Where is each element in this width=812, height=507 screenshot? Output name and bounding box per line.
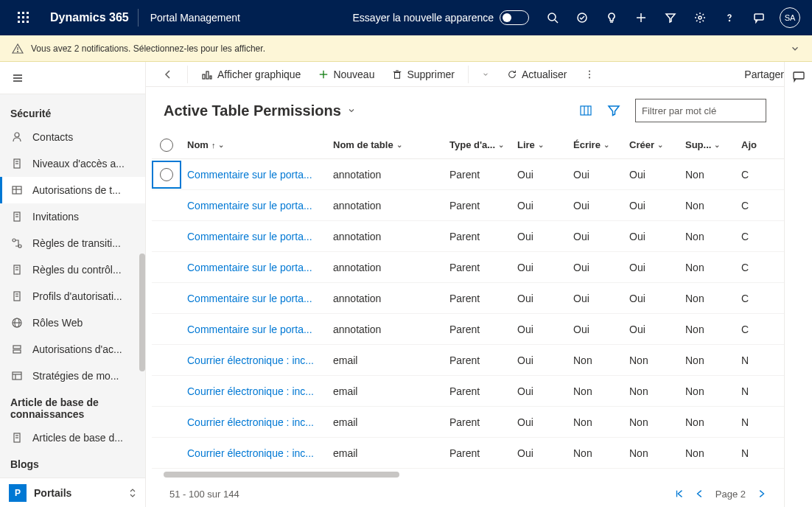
notification-bar[interactable]: Vous avez 2 notifications. Sélectionnez-… bbox=[0, 35, 812, 62]
col-header-write[interactable]: Écrire ⌄ bbox=[567, 139, 623, 150]
record-link[interactable]: Courrier électronique : inc... bbox=[187, 447, 314, 459]
cell-type: Parent bbox=[444, 447, 511, 459]
table-row[interactable]: Courrier électronique : inc...emailParen… bbox=[152, 345, 784, 376]
overflow-button[interactable] bbox=[577, 63, 602, 86]
sidebar-item[interactable]: Profils d'autorisati... bbox=[0, 283, 145, 310]
filter-icon[interactable] bbox=[607, 104, 620, 117]
prev-page-button[interactable] bbox=[695, 489, 705, 499]
record-link[interactable]: Commentaire sur le porta... bbox=[187, 200, 312, 211]
trash-icon bbox=[392, 69, 402, 80]
cell-read: Oui bbox=[511, 385, 567, 397]
record-link[interactable]: Courrier électronique : inc... bbox=[187, 416, 314, 428]
search-icon[interactable] bbox=[538, 0, 567, 35]
copilot-icon[interactable] bbox=[792, 69, 805, 83]
new-button[interactable]: Nouveau bbox=[311, 63, 382, 86]
table-row[interactable]: Commentaire sur le porta...annotationPar… bbox=[152, 159, 784, 190]
cell-delete: Non bbox=[679, 293, 735, 304]
refresh-button[interactable]: Actualiser bbox=[500, 63, 574, 86]
col-header-create[interactable]: Créer ⌄ bbox=[623, 139, 679, 150]
sidebar-item-label: Articles de base d... bbox=[32, 432, 123, 444]
cell-type: Parent bbox=[444, 169, 511, 181]
col-header-delete[interactable]: Sup... ⌄ bbox=[679, 139, 735, 150]
table-row[interactable]: Courrier électronique : inc...emailParen… bbox=[152, 438, 784, 469]
record-link[interactable]: Courrier électronique : inc... bbox=[187, 354, 314, 366]
chevron-down-icon[interactable] bbox=[790, 43, 800, 54]
col-header-type[interactable]: Type d'a... ⌄ bbox=[444, 139, 511, 150]
table-row[interactable]: Courrier électronique : inc...emailParen… bbox=[152, 376, 784, 407]
cell-read: Oui bbox=[511, 169, 567, 181]
doc-icon bbox=[10, 157, 24, 170]
record-link[interactable]: Commentaire sur le porta... bbox=[187, 293, 312, 304]
area-switcher[interactable]: P Portails bbox=[0, 478, 145, 507]
sidebar-item[interactable]: Invitations bbox=[0, 203, 145, 230]
sidebar-item[interactable]: Rôles Web bbox=[0, 310, 145, 336]
cell-write: Oui bbox=[567, 200, 623, 211]
sidebar-item-label: Règles de transiti... bbox=[32, 237, 121, 249]
cell-type: Parent bbox=[444, 262, 511, 273]
top-nav: Dynamics 365 Portal Management Essayer l… bbox=[0, 0, 812, 35]
col-header-read[interactable]: Lire ⌄ bbox=[511, 139, 567, 150]
table-row[interactable]: Commentaire sur le porta...annotationPar… bbox=[152, 314, 784, 345]
delete-split-button[interactable] bbox=[475, 63, 497, 86]
record-link[interactable]: Commentaire sur le porta... bbox=[187, 169, 312, 181]
col-header-append[interactable]: Ajo bbox=[735, 139, 765, 150]
table-row[interactable]: Courrier électronique : inc...emailParen… bbox=[152, 407, 784, 438]
sidebar-item[interactable]: Règles de transiti... bbox=[0, 230, 145, 256]
sidebar-item[interactable]: Niveaux d'accès a... bbox=[0, 150, 145, 177]
table-row[interactable]: Commentaire sur le porta...annotationPar… bbox=[152, 190, 784, 221]
sidebar-item[interactable]: Autorisations de t... bbox=[0, 177, 145, 203]
col-header-name[interactable]: Nom ↑ ⌄ bbox=[181, 139, 327, 150]
user-avatar[interactable]: SA bbox=[780, 7, 800, 28]
scrollbar-icon[interactable] bbox=[139, 254, 145, 371]
horizontal-scrollbar[interactable] bbox=[164, 472, 772, 478]
cell-type: Parent bbox=[444, 324, 511, 335]
record-link[interactable]: Commentaire sur le porta... bbox=[187, 262, 312, 273]
lightbulb-icon[interactable] bbox=[597, 0, 626, 35]
cell-create: Oui bbox=[623, 262, 679, 273]
svg-point-62 bbox=[589, 77, 590, 78]
cell-type: Parent bbox=[444, 200, 511, 211]
help-icon[interactable] bbox=[715, 0, 744, 35]
chat-icon[interactable] bbox=[744, 0, 774, 35]
table-row[interactable]: Commentaire sur le porta...annotationPar… bbox=[152, 283, 784, 314]
sidebar-item[interactable]: Stratégies de mo... bbox=[0, 363, 145, 389]
command-bar: Afficher graphique Nouveau Supprimer Act… bbox=[146, 62, 812, 87]
table-row[interactable]: Commentaire sur le porta...annotationPar… bbox=[152, 221, 784, 252]
filter-icon[interactable] bbox=[656, 0, 685, 35]
show-chart-button[interactable]: Afficher graphique bbox=[194, 63, 308, 86]
sidebar-item[interactable]: Règles du contrôl... bbox=[0, 256, 145, 283]
try-new-look-toggle[interactable]: Essayer la nouvelle apparence bbox=[344, 10, 538, 25]
grid-body[interactable]: Commentaire sur le porta...annotationPar… bbox=[152, 159, 784, 469]
next-page-button[interactable] bbox=[756, 489, 766, 499]
sidebar-item-label: Profils d'autorisati... bbox=[32, 290, 122, 302]
sidebar-item[interactable]: Autorisations d'ac... bbox=[0, 336, 145, 363]
sidebar-item[interactable]: Contacts bbox=[0, 124, 145, 150]
record-link[interactable]: Courrier électronique : inc... bbox=[187, 385, 314, 397]
back-button[interactable] bbox=[155, 63, 181, 86]
doc-icon bbox=[10, 431, 24, 444]
sidebar-scroll[interactable]: SécuritéContactsNiveaux d'accès a...Auto… bbox=[0, 94, 145, 478]
first-page-button[interactable] bbox=[674, 489, 685, 499]
hamburger-icon[interactable] bbox=[0, 62, 145, 94]
keyword-filter-input[interactable] bbox=[635, 99, 766, 122]
svg-point-23 bbox=[15, 133, 19, 137]
svg-point-61 bbox=[589, 73, 590, 74]
svg-rect-57 bbox=[395, 72, 400, 78]
brand-label[interactable]: Dynamics 365 bbox=[41, 11, 138, 24]
task-icon[interactable] bbox=[567, 0, 597, 35]
main-content: Afficher graphique Nouveau Supprimer Act… bbox=[146, 62, 812, 507]
settings-icon[interactable] bbox=[685, 0, 715, 35]
table-row[interactable]: Commentaire sur le porta...annotationPar… bbox=[152, 252, 784, 283]
delete-button[interactable]: Supprimer bbox=[385, 63, 462, 86]
select-all-checkbox[interactable] bbox=[152, 139, 181, 152]
app-name[interactable]: Portal Management bbox=[139, 12, 252, 24]
edit-columns-icon[interactable] bbox=[579, 104, 592, 117]
row-select[interactable] bbox=[152, 161, 181, 189]
view-selector[interactable]: Active Table Permissions bbox=[164, 102, 356, 119]
sidebar-item[interactable]: Articles de base d... bbox=[0, 424, 145, 451]
add-icon[interactable] bbox=[626, 0, 656, 35]
app-launcher-icon[interactable] bbox=[6, 0, 41, 35]
col-header-table[interactable]: Nom de table ⌄ bbox=[327, 139, 444, 150]
record-link[interactable]: Commentaire sur le porta... bbox=[187, 324, 312, 335]
record-link[interactable]: Commentaire sur le porta... bbox=[187, 231, 312, 242]
